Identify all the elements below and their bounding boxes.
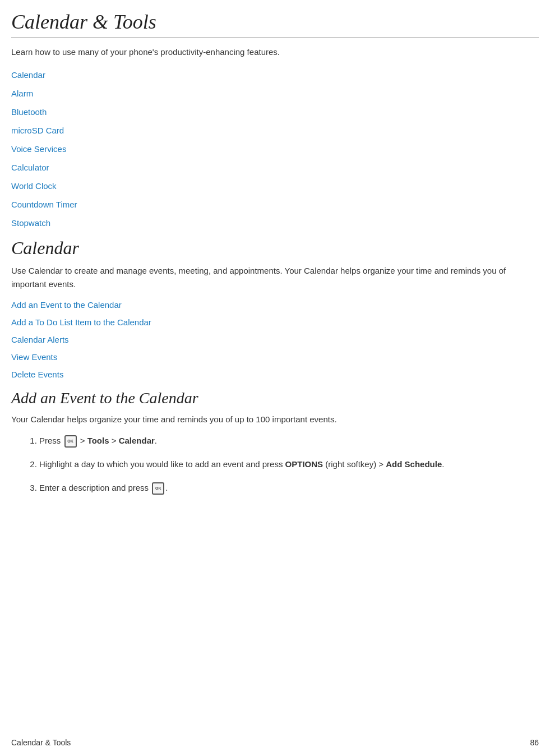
step-1-text-before: Press bbox=[39, 436, 63, 445]
step-1-text-mid: > bbox=[78, 436, 87, 445]
step-1-sep: > bbox=[109, 436, 119, 445]
step-2-text-before: Highlight a day to which you would like … bbox=[39, 459, 285, 469]
add-event-section-title: Add an Event to the Calendar bbox=[11, 389, 539, 407]
page-footer: Calendar & Tools 86 bbox=[11, 738, 539, 747]
step-2-end: . bbox=[442, 459, 444, 469]
toc-link-bluetooth[interactable]: Bluetooth bbox=[11, 107, 539, 117]
toc-link-voice[interactable]: Voice Services bbox=[11, 144, 539, 154]
step-2-bold1: OPTIONS bbox=[285, 459, 323, 469]
toc-link-calendar[interactable]: Calendar bbox=[11, 70, 539, 80]
toc-link-countdown[interactable]: Countdown Timer bbox=[11, 200, 539, 209]
toc-link-alarm[interactable]: Alarm bbox=[11, 89, 539, 98]
ok-icon-2 bbox=[152, 482, 164, 495]
footer-page-number: 86 bbox=[530, 738, 539, 747]
add-event-section-intro: Your Calendar helps organize your time a… bbox=[11, 413, 539, 426]
toc-link-calculator[interactable]: Calculator bbox=[11, 163, 539, 172]
intro-text: Learn how to use many of your phone's pr… bbox=[11, 46, 539, 59]
subsection-link-delete[interactable]: Delete Events bbox=[11, 370, 539, 379]
step-1-end: . bbox=[155, 436, 157, 445]
steps-list: Press > Tools > Calendar. Highlight a da… bbox=[11, 434, 539, 495]
step-2-text-mid: (right softkey) > bbox=[323, 459, 386, 469]
subsection-link-view[interactable]: View Events bbox=[11, 352, 539, 362]
step-3-end: . bbox=[165, 483, 168, 492]
subsection-link-add-event[interactable]: Add an Event to the Calendar bbox=[11, 300, 539, 310]
title-divider bbox=[11, 37, 539, 38]
step-3: Enter a description and press . bbox=[39, 481, 539, 495]
ok-icon-1 bbox=[64, 435, 77, 448]
page-title: Calendar & Tools bbox=[11, 6, 539, 34]
footer-title: Calendar & Tools bbox=[11, 738, 71, 747]
step-1-bold2: Calendar bbox=[119, 436, 155, 445]
subsection-link-add-todo[interactable]: Add a To Do List Item to the Calendar bbox=[11, 317, 539, 327]
step-1-bold1: Tools bbox=[87, 436, 109, 445]
toc-link-microsd[interactable]: microSD Card bbox=[11, 126, 539, 135]
step-3-text-before: Enter a description and press bbox=[39, 483, 151, 492]
toc-link-worldclock[interactable]: World Clock bbox=[11, 181, 539, 191]
subsection-link-alerts[interactable]: Calendar Alerts bbox=[11, 335, 539, 344]
step-1: Press > Tools > Calendar. bbox=[39, 434, 539, 448]
calendar-section-intro: Use Calendar to create and manage events… bbox=[11, 264, 539, 291]
page-container: Calendar & Tools Learn how to use many o… bbox=[0, 0, 550, 756]
calendar-section-title: Calendar bbox=[11, 238, 539, 259]
step-2: Highlight a day to which you would like … bbox=[39, 458, 539, 471]
toc-link-stopwatch[interactable]: Stopwatch bbox=[11, 218, 539, 228]
step-2-bold2: Add Schedule bbox=[386, 459, 442, 469]
